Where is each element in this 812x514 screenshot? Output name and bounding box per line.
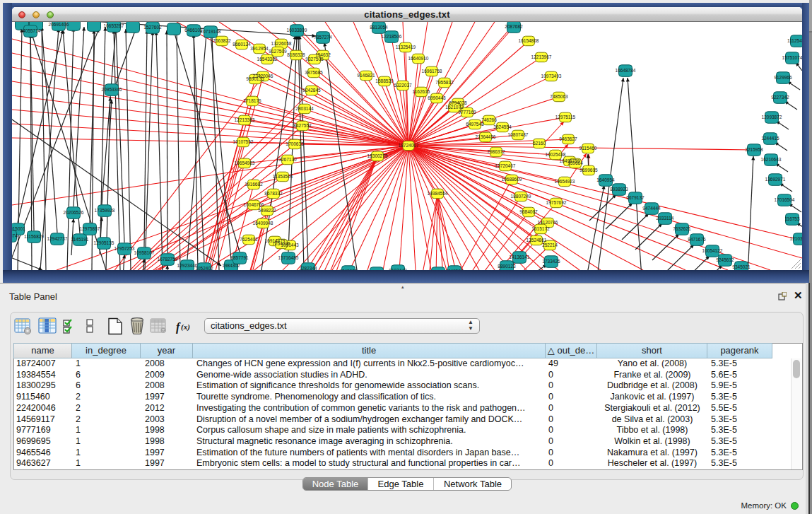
svg-text:9777169: 9777169 [458, 110, 476, 115]
svg-text:10107552: 10107552 [233, 139, 254, 144]
svg-text:1640954: 1640954 [596, 177, 615, 182]
svg-text:252214: 252214 [542, 243, 558, 247]
svg-text:9245033: 9245033 [339, 269, 358, 270]
svg-text:10807487: 10807487 [508, 132, 529, 137]
svg-text:17957253: 17957253 [114, 246, 135, 251]
svg-text:10025438: 10025438 [546, 152, 566, 157]
svg-text:1145191: 1145191 [71, 237, 89, 242]
svg-text:20691406: 20691406 [49, 22, 69, 27]
svg-text:10054122: 10054122 [702, 248, 723, 253]
svg-text:2087682: 2087682 [505, 24, 523, 29]
svg-text:16033809: 16033809 [287, 28, 307, 33]
svg-text:18300275: 18300275 [367, 153, 388, 158]
svg-text:19384554: 19384554 [428, 191, 448, 196]
svg-text:12905135: 12905135 [94, 240, 114, 245]
svg-text:6679137: 6679137 [626, 195, 645, 200]
svg-text:7254026: 7254026 [272, 241, 290, 246]
svg-text:13524861: 13524861 [526, 238, 547, 243]
svg-text:9890133: 9890133 [246, 76, 264, 81]
svg-text:19757692: 19757692 [546, 200, 567, 205]
svg-text:9242845: 9242845 [302, 88, 321, 93]
svg-text:9227342: 9227342 [771, 95, 789, 100]
svg-text:915001: 915001 [12, 226, 25, 231]
svg-text:20953346: 20953346 [102, 87, 122, 92]
svg-text:14055714: 14055714 [20, 28, 41, 33]
svg-text:17016504: 17016504 [775, 197, 795, 202]
svg-text:116753: 116753 [784, 216, 800, 221]
svg-text:16961758: 16961758 [422, 69, 442, 74]
svg-text:7857274: 7857274 [314, 35, 332, 40]
svg-text:12975115: 12975115 [555, 115, 576, 119]
svg-text:14136141: 14136141 [510, 255, 530, 259]
svg-text:3624554: 3624554 [493, 124, 512, 129]
svg-text:9474444: 9474444 [642, 206, 661, 211]
svg-text:11156829: 11156829 [24, 234, 44, 239]
svg-text:12093872: 12093872 [762, 115, 782, 119]
svg-text:14120746: 14120746 [538, 220, 558, 225]
svg-text:6990448: 6990448 [428, 95, 446, 100]
svg-text:1984302: 1984302 [222, 263, 240, 268]
svg-text:9115460: 9115460 [579, 146, 597, 151]
svg-text:9129966: 9129966 [774, 75, 792, 80]
svg-text:15720407: 15720407 [495, 163, 516, 168]
svg-text:15716485: 15716485 [278, 255, 299, 260]
svg-text:8186328: 8186328 [287, 52, 305, 57]
svg-text:12975867: 12975867 [80, 226, 100, 231]
svg-text:10688609: 10688609 [502, 177, 522, 182]
svg-text:16543382: 16543382 [257, 57, 278, 62]
svg-text:1615172: 1615172 [531, 226, 550, 231]
svg-text:f: f [176, 321, 181, 334]
svg-text:1282344: 1282344 [299, 266, 317, 270]
svg-text:8471676: 8471676 [688, 237, 706, 242]
svg-text:11353504: 11353504 [273, 174, 293, 179]
svg-text:9857791: 9857791 [230, 255, 249, 260]
svg-text:9245612: 9245612 [716, 257, 734, 262]
svg-text:10973493: 10973493 [541, 74, 562, 78]
svg-text:8938923: 8938923 [610, 187, 628, 192]
svg-text:19654923: 19654923 [555, 179, 575, 184]
svg-text:2803144: 2803144 [295, 106, 314, 111]
svg-text:8678332: 8678332 [264, 191, 283, 196]
svg-text:8427552: 8427552 [293, 123, 312, 128]
svg-text:17359928: 17359928 [95, 208, 115, 213]
svg-text:10958107: 10958107 [134, 250, 155, 255]
svg-text:1052402: 1052402 [195, 266, 213, 270]
svg-text:9146821: 9146821 [357, 73, 375, 78]
svg-text:8103442: 8103442 [389, 268, 407, 270]
svg-text:7632621: 7632621 [673, 226, 691, 231]
svg-text:6497548: 6497548 [466, 122, 484, 127]
svg-text:12213967: 12213967 [531, 54, 552, 59]
svg-text:10046766: 10046766 [244, 202, 264, 207]
svg-text:9345021: 9345021 [732, 264, 751, 269]
svg-text:3912954: 3912954 [250, 46, 269, 51]
svg-text:(x): (x) [181, 322, 190, 332]
svg-text:9127509: 9127509 [269, 49, 287, 54]
svg-text:16640910: 16640910 [408, 56, 429, 61]
svg-text:8813054: 8813054 [370, 25, 388, 30]
svg-text:1527602: 1527602 [143, 25, 162, 30]
svg-text:9049512: 9049512 [445, 269, 464, 270]
svg-text:16409948: 16409948 [253, 221, 273, 226]
svg-text:1588520: 1588520 [375, 78, 394, 83]
svg-text:20206526: 20206526 [64, 210, 84, 215]
svg-text:391574: 391574 [12, 233, 18, 238]
svg-text:9463627: 9463627 [559, 136, 577, 141]
svg-text:7625402: 7625402 [240, 237, 258, 242]
svg-text:3875685: 3875685 [305, 70, 323, 75]
svg-text:13692971: 13692971 [765, 177, 786, 182]
svg-text:12213363: 12213363 [235, 117, 255, 122]
svg-text:2933114: 2933114 [657, 216, 674, 221]
svg-text:2718176: 2718176 [243, 98, 261, 103]
svg-text:1162615: 1162615 [413, 89, 430, 94]
svg-text:16210643: 16210643 [761, 157, 782, 162]
svg-text:12218506: 12218506 [382, 34, 402, 39]
svg-text:1621072: 1621072 [445, 105, 464, 110]
svg-text:9327505: 9327505 [305, 57, 324, 62]
svg-text:15751074: 15751074 [782, 55, 802, 60]
svg-text:7986372: 7986372 [487, 149, 505, 154]
svg-text:3267130: 3267130 [278, 157, 297, 162]
svg-text:8660124: 8660124 [233, 42, 251, 47]
svg-text:12942737: 12942737 [47, 236, 68, 241]
svg-text:10719148: 10719148 [201, 29, 221, 34]
svg-text:16648784: 16648784 [616, 68, 636, 73]
